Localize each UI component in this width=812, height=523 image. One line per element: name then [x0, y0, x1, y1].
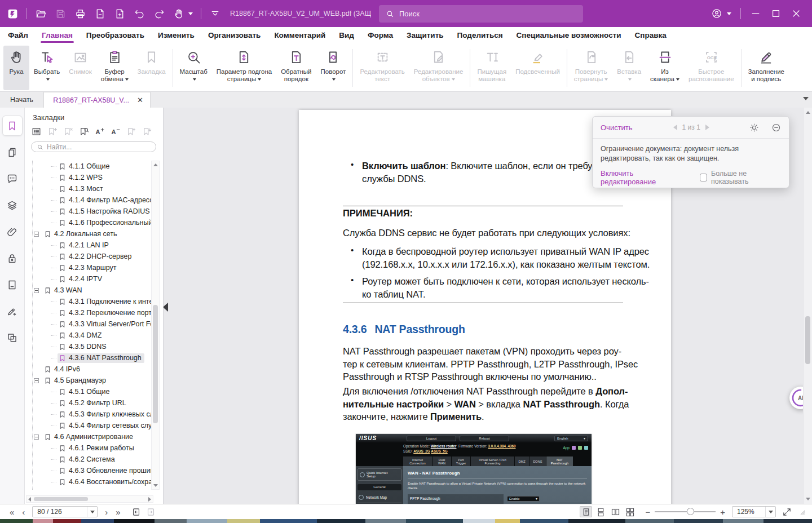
menu-item-11[interactable]: Специальные возможности — [517, 27, 621, 43]
bookmark-tree-item[interactable]: 4.6.3 Обновление прошивки — [25, 465, 151, 476]
signatures-panel-button[interactable] — [2, 301, 23, 321]
bookmark-tree-item[interactable]: 4.3 WAN — [25, 285, 151, 296]
document-tab-active[interactable]: R18867_RT-AX58U_V...✕ — [43, 92, 151, 108]
bookmark-tree-item[interactable]: 4.1.5 Настройка RADIUS — [25, 206, 151, 217]
popup-clear-link[interactable]: Очистить — [601, 123, 633, 132]
page-number-field[interactable]: 80 / 126 — [32, 506, 98, 517]
account-icon[interactable] — [711, 8, 722, 19]
bookmark-tree-item[interactable]: 4.1.4 Фильтр MAC-адресов — [25, 194, 151, 206]
hand-tool-icon[interactable] — [173, 8, 185, 20]
popup-next-icon[interactable] — [705, 125, 709, 130]
menu-item-8[interactable]: Форма — [368, 27, 393, 43]
zoom-level-field[interactable]: 125% — [732, 506, 776, 517]
ribbon-button-fill-sign[interactable]: Заполнение и подпись — [744, 46, 789, 90]
find-bookmark-icon[interactable] — [78, 126, 90, 138]
document-minus-icon[interactable] — [94, 8, 106, 20]
chevron-down-icon[interactable] — [727, 12, 731, 15]
continuous-view-button[interactable] — [594, 506, 607, 517]
close-icon[interactable] — [791, 8, 802, 19]
next-page-button[interactable]: › — [101, 508, 112, 516]
collapse-expander-icon[interactable] — [34, 378, 39, 383]
next-view-button[interactable] — [145, 506, 157, 517]
single-page-view-button[interactable] — [580, 506, 592, 517]
menu-item-12[interactable]: Справка — [635, 27, 667, 43]
bookmark-tree-item[interactable]: 4.6.2 Система — [25, 454, 151, 465]
pages-panel-button[interactable] — [2, 142, 23, 162]
popup-settings-icon[interactable] — [749, 123, 759, 132]
titlebar-search-input[interactable]: Поиск — [379, 5, 583, 23]
bookmarks-horizontal-scrollbar[interactable] — [26, 495, 153, 503]
bookmark-tree-item[interactable]: 4.6.4 Восстановить/сохранить/загрузить — [25, 476, 151, 487]
previous-view-button[interactable] — [130, 506, 143, 517]
tab-close-icon[interactable]: ✕ — [137, 96, 143, 104]
last-page-button[interactable]: » — [112, 508, 124, 516]
chevron-down-icon[interactable] — [188, 12, 193, 15]
ai-assistant-button[interactable]: AI — [789, 387, 803, 409]
bookmark-tree-item[interactable]: 4.3.6 NAT Passthrough — [25, 352, 151, 364]
menu-item-1[interactable]: Файл — [8, 27, 28, 43]
collapse-toolbar-icon[interactable] — [209, 8, 221, 20]
ribbon-button-reverse-order[interactable]: Обратный порядок — [276, 46, 316, 90]
bookmark-tree-item[interactable]: 4.5.3 Фильтр ключевых слов — [25, 409, 151, 420]
collapse-all-icon[interactable]: A — [109, 126, 121, 138]
first-page-button[interactable]: « — [6, 508, 18, 516]
collapse-expander-icon[interactable] — [34, 435, 39, 440]
destinations-panel-button[interactable] — [2, 274, 23, 295]
bookmark-list-icon[interactable] — [30, 126, 42, 138]
bookmark-tree-item[interactable]: 4.1.2 WPS — [25, 172, 151, 183]
layers-panel-button[interactable] — [2, 195, 23, 215]
dont-show-checkbox[interactable] — [700, 174, 707, 181]
bookmark-tree-item[interactable]: 4.3.1 Подключение к интернету — [25, 296, 151, 307]
bookmark-tree-item[interactable]: 4.3.4 DMZ — [25, 330, 151, 341]
bookmark-tree-item[interactable]: 4.3.3 Virtual Server/Port Forwarding — [25, 318, 151, 330]
menu-item-5[interactable]: Организовать — [208, 27, 261, 43]
comments-panel-button[interactable] — [2, 169, 23, 189]
open-file-icon[interactable] — [35, 8, 47, 20]
bookmark-find-input[interactable]: Найти... — [31, 141, 156, 152]
ribbon-button-clipboard[interactable]: Буфер обмена — [96, 46, 133, 90]
ribbon-button-scanner[interactable]: Из сканера — [646, 46, 684, 90]
page-number-dropdown-icon[interactable] — [87, 507, 97, 517]
menu-item-4[interactable]: Изменить — [158, 27, 195, 43]
bookmark-tree-item[interactable]: 4.5.1 Общие — [25, 386, 151, 397]
bookmark-tree-item[interactable]: 4.2.3 Маршрут — [25, 262, 151, 273]
ribbon-button-zoom-plus[interactable]: Масштаб — [175, 46, 212, 90]
bookmark-tree-item[interactable]: 4.5.2 Фильтр URL — [25, 397, 151, 409]
menu-item-2[interactable]: Главная — [42, 27, 73, 43]
zoom-in-button[interactable]: + — [717, 507, 729, 517]
document-vertical-scrollbar[interactable] — [803, 108, 812, 504]
menu-item-3[interactable]: Преобразовать — [86, 27, 144, 43]
bookmark-tree-item[interactable]: 4.3.5 DDNS — [25, 341, 151, 352]
panel-collapse-handle[interactable] — [164, 303, 168, 312]
security-panel-button[interactable] — [2, 248, 23, 268]
window-resize-grip[interactable] — [797, 507, 806, 516]
previous-page-button[interactable]: ‹ — [18, 508, 29, 516]
menu-item-6[interactable]: Комментарий — [274, 27, 325, 43]
bookmark-tree-item[interactable]: 4.6.1 Режим работы — [25, 442, 151, 454]
undo-icon[interactable] — [134, 8, 145, 20]
bookmark-tree-item[interactable]: 4.2.4 IPTV — [25, 273, 151, 285]
zoom-slider-knob[interactable] — [687, 508, 694, 515]
start-tab[interactable]: Начать — [0, 92, 43, 108]
print-icon[interactable] — [74, 8, 86, 20]
bookmark-tree-item[interactable]: 4.7 Системный журнал — [25, 487, 151, 490]
zoom-dropdown-icon[interactable] — [765, 507, 775, 517]
bookmark-tree-item[interactable]: 4.2.2 DHCP-сервер — [25, 251, 151, 262]
bookmark-tree-item[interactable]: 4.4 IPv6 — [25, 364, 151, 375]
bookmark-tree-item[interactable]: 4.2 Локальная сеть — [25, 228, 151, 240]
bookmark-tree-item[interactable]: 4.5 Брандмауэр — [25, 375, 151, 386]
bookmark-tree-item[interactable]: 4.1.1 Общие — [25, 161, 151, 172]
collapse-expander-icon[interactable] — [34, 232, 39, 237]
maximize-icon[interactable] — [770, 8, 782, 19]
facing-continuous-view-button[interactable] — [624, 506, 636, 517]
popup-prev-icon[interactable] — [673, 125, 677, 130]
menu-item-10[interactable]: Поделиться — [457, 27, 503, 43]
zoom-slider[interactable] — [655, 506, 716, 517]
save-icon[interactable] — [55, 8, 67, 20]
fullscreen-button[interactable] — [780, 506, 793, 517]
collapse-expander-icon[interactable] — [34, 288, 39, 293]
bookmarks-vertical-scrollbar[interactable] — [151, 161, 160, 490]
enable-editing-link[interactable]: Включить редактирование — [601, 169, 685, 186]
bookmark-tree-item[interactable]: 4.5.4 Фильтр сетевых служб — [25, 420, 151, 431]
bookmarks-panel-button[interactable] — [2, 116, 23, 136]
